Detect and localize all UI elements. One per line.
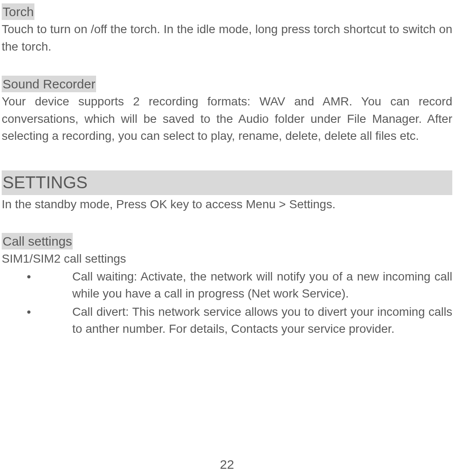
bullet-label: Call divert:: [72, 305, 132, 318]
page-number: 22: [0, 457, 454, 472]
settings-intro: In the standby mode, Press OK key to acc…: [2, 196, 452, 213]
bullet-marker: •: [2, 303, 39, 338]
bullet-item: • Call divert: This network service allo…: [2, 303, 452, 338]
call-settings-heading: Call settings: [2, 233, 73, 249]
sound-recorder-body: Your device supports 2 recording formats…: [2, 93, 452, 145]
bullet-content: Call waiting: Activate, the network will…: [39, 268, 452, 303]
settings-heading: SETTINGS: [2, 170, 452, 195]
bullet-marker: •: [2, 268, 39, 303]
bullet-list: • Call waiting: Activate, the network wi…: [2, 268, 452, 338]
torch-body: Touch to turn on /off the torch. In the …: [2, 21, 452, 55]
sound-recorder-heading: Sound Recorder: [2, 76, 96, 92]
torch-heading: Torch: [2, 3, 34, 20]
bullet-label: Call waiting:: [72, 270, 140, 283]
bullet-item: • Call waiting: Activate, the network wi…: [2, 268, 452, 303]
bullet-content: Call divert: This network service allows…: [39, 303, 452, 338]
sim-call-settings-subheading: SIM1/SIM2 call settings: [2, 252, 452, 266]
